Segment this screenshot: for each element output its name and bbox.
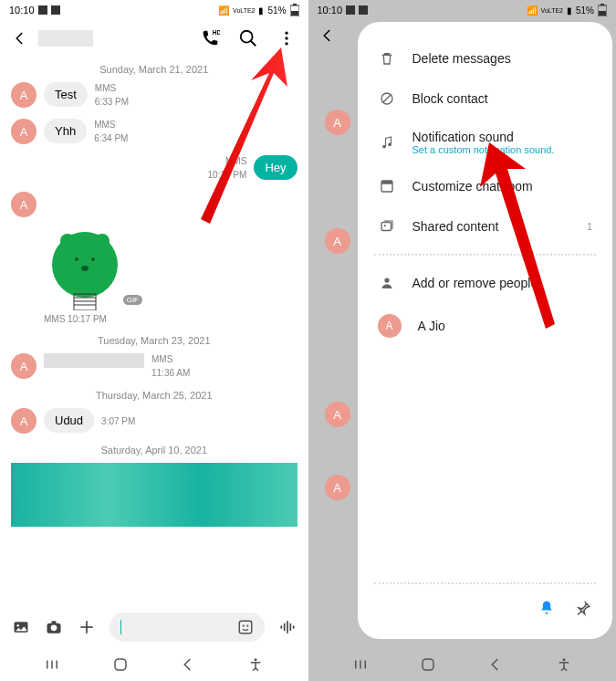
battery-percent: 51%	[576, 5, 594, 16]
text-cursor	[120, 620, 121, 634]
search-button[interactable]	[237, 27, 259, 49]
status-app-icon	[38, 5, 47, 15]
message-row[interactable]: A MMS 11:36 AM	[11, 353, 298, 379]
music-note-icon	[378, 133, 396, 152]
svg-point-12	[60, 234, 75, 248]
nav-home[interactable]	[418, 655, 438, 675]
nav-bar	[308, 648, 617, 681]
customize-icon	[378, 177, 396, 195]
pin-button[interactable]	[574, 599, 592, 621]
more-options-button[interactable]	[276, 27, 298, 49]
sticker-picker-icon[interactable]	[237, 619, 254, 635]
date-divider: Sunday, March 21, 2021	[11, 64, 298, 75]
message-bubble: Yhh	[44, 119, 87, 143]
avatar[interactable]: A	[11, 82, 37, 108]
left-screenshot: 10:10 📶 VoLTE2 ▮ 51% HD Sunday, March 21…	[0, 0, 308, 681]
notifications-toggle[interactable]	[538, 599, 556, 621]
contact-row[interactable]: A A Jio	[374, 303, 597, 349]
menu-label: Add or remove people	[412, 276, 538, 290]
nav-back[interactable]	[178, 655, 198, 675]
svg-line-47	[382, 95, 391, 103]
svg-rect-39	[115, 659, 126, 670]
menu-delete-messages[interactable]: Delete messages	[374, 38, 597, 79]
svg-rect-1	[51, 5, 60, 15]
avatar[interactable]: A	[11, 119, 37, 144]
nav-recents[interactable]	[42, 655, 62, 675]
message-row-outgoing[interactable]: MMS 10:17 PM Hey	[11, 155, 298, 181]
message-row[interactable]: A Test MMS 6:33 PM	[11, 82, 298, 108]
svg-point-49	[388, 142, 392, 146]
nav-back[interactable]	[485, 655, 506, 675]
input-bar	[0, 606, 308, 648]
message-meta: MMS 11:36 AM	[151, 353, 190, 379]
date-divider: Thursday, March 25, 2021	[11, 390, 298, 401]
menu-notification-sound[interactable]: Notification sound Set a custom notifica…	[374, 119, 597, 166]
status-app-icon-2	[359, 5, 368, 15]
svg-point-15	[91, 257, 95, 261]
messages-list[interactable]: Sunday, March 21, 2021 A Test MMS 6:33 P…	[0, 57, 308, 606]
signal-bar-icon: ▮	[258, 5, 264, 16]
message-bubble: Udud	[44, 408, 94, 433]
message-row[interactable]: A Yhh MMS 6:34 PM	[11, 119, 298, 144]
nav-accessibility[interactable]	[554, 655, 574, 675]
menu-shared-content[interactable]: Shared content 1	[374, 206, 597, 246]
add-attachment-button[interactable]	[77, 617, 97, 637]
svg-point-16	[81, 266, 89, 271]
avatar[interactable]: A	[11, 353, 37, 379]
message-row[interactable]: A Udud 3:07 PM	[11, 408, 298, 434]
avatar[interactable]: A	[11, 408, 37, 434]
message-meta: 3:07 PM	[101, 415, 135, 427]
gallery-button[interactable]	[11, 617, 31, 637]
contact-name: A Jio	[418, 319, 445, 333]
svg-point-54	[384, 278, 389, 282]
signal-icon: 📶	[527, 5, 538, 16]
shared-content-icon	[378, 217, 396, 236]
volte-label: VoLTE2	[233, 7, 255, 14]
avatar[interactable]: A	[11, 192, 37, 217]
menu-customize-chat[interactable]: Customize chat room	[374, 166, 597, 206]
svg-point-24	[51, 625, 57, 632]
avatar: A	[325, 475, 350, 500]
message-meta: MMS 10:17 PM	[208, 155, 247, 181]
svg-point-53	[383, 225, 385, 226]
message-bubble: Test	[44, 82, 88, 107]
avatar: A	[325, 402, 350, 427]
message-row[interactable]: A	[11, 192, 298, 217]
trash-icon	[378, 49, 396, 68]
svg-rect-52	[381, 223, 392, 231]
redacted-media[interactable]	[11, 463, 298, 527]
battery-percent: 51%	[267, 5, 286, 16]
date-divider: Saturday, April 10, 2021	[11, 445, 298, 456]
svg-point-13	[95, 234, 110, 248]
sticker-timestamp: MMS 10:17 PM	[44, 314, 298, 324]
call-hd-button[interactable]: HD	[199, 27, 221, 49]
shared-count: 1	[587, 221, 592, 232]
menu-add-remove-people[interactable]: Add or remove people	[374, 263, 597, 303]
nav-home[interactable]	[110, 655, 131, 675]
svg-rect-51	[381, 181, 392, 184]
svg-point-59	[562, 658, 565, 661]
divider	[374, 254, 597, 256]
svg-point-48	[382, 145, 386, 149]
menu-block-contact[interactable]: Block contact	[374, 79, 597, 119]
message-input[interactable]	[110, 613, 265, 642]
back-button[interactable]	[11, 29, 29, 47]
signal-icon: 📶	[218, 5, 229, 16]
date-divider: Tuesday, March 23, 2021	[11, 335, 298, 346]
svg-point-22	[16, 624, 19, 627]
nav-accessibility[interactable]	[245, 655, 266, 675]
menu-label: Block contact	[412, 91, 488, 106]
sticker-message[interactable]: GIF MMS 10:17 PM	[44, 228, 298, 324]
contact-name[interactable]	[38, 30, 93, 47]
menu-label: Delete messages	[412, 51, 511, 66]
redacted-message	[44, 353, 144, 368]
camera-button[interactable]	[44, 617, 64, 637]
nav-bar	[0, 648, 308, 681]
avatar: A	[378, 314, 402, 338]
message-meta: MMS 6:33 PM	[95, 82, 129, 108]
svg-rect-0	[38, 5, 47, 15]
voice-input-button[interactable]	[277, 617, 298, 637]
nav-recents[interactable]	[350, 655, 371, 675]
svg-point-10	[285, 42, 287, 45]
svg-point-8	[285, 32, 287, 35]
